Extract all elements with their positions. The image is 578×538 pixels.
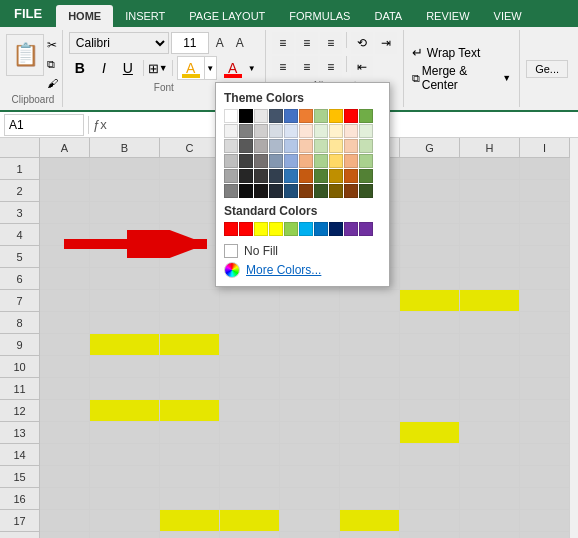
spreadsheet-cell[interactable]	[40, 202, 90, 224]
spreadsheet-cell[interactable]	[220, 510, 280, 532]
spreadsheet-cell[interactable]	[520, 246, 570, 268]
spreadsheet-cell[interactable]	[460, 180, 520, 202]
spreadsheet-cell[interactable]	[520, 378, 570, 400]
theme-color-swatch[interactable]	[284, 154, 298, 168]
cut-button[interactable]: ✂	[46, 36, 59, 54]
spreadsheet-cell[interactable]	[90, 290, 160, 312]
spreadsheet-cell[interactable]	[340, 312, 400, 334]
spreadsheet-cell[interactable]	[220, 356, 280, 378]
theme-color-swatch[interactable]	[314, 184, 328, 198]
standard-color-swatch[interactable]	[359, 222, 373, 236]
spreadsheet-cell[interactable]	[460, 488, 520, 510]
theme-color-swatch[interactable]	[269, 184, 283, 198]
spreadsheet-cell[interactable]	[160, 378, 220, 400]
spreadsheet-cell[interactable]	[280, 510, 340, 532]
spreadsheet-cell[interactable]	[280, 312, 340, 334]
spreadsheet-cell[interactable]	[460, 290, 520, 312]
theme-color-swatch[interactable]	[299, 109, 313, 123]
row-num-6[interactable]: 6	[0, 268, 40, 290]
row-num-12[interactable]: 12	[0, 400, 40, 422]
spreadsheet-cell[interactable]	[520, 422, 570, 444]
spreadsheet-cell[interactable]	[40, 532, 90, 538]
spreadsheet-cell[interactable]	[340, 488, 400, 510]
row-num-16[interactable]: 16	[0, 488, 40, 510]
theme-color-swatch[interactable]	[329, 109, 343, 123]
spreadsheet-cell[interactable]	[280, 290, 340, 312]
row-num-15[interactable]: 15	[0, 466, 40, 488]
theme-color-swatch[interactable]	[224, 154, 238, 168]
spreadsheet-cell[interactable]	[40, 290, 90, 312]
col-header-H[interactable]: H	[460, 138, 520, 158]
align-bottom-button[interactable]: ≡	[320, 32, 342, 54]
text-direction-button[interactable]: ⟲	[351, 32, 373, 54]
spreadsheet-cell[interactable]	[400, 158, 460, 180]
align-left-button[interactable]: ≡	[272, 56, 294, 78]
theme-color-swatch[interactable]	[314, 109, 328, 123]
theme-color-swatch[interactable]	[344, 154, 358, 168]
spreadsheet-cell[interactable]	[520, 356, 570, 378]
spreadsheet-cell[interactable]	[220, 466, 280, 488]
theme-color-swatch[interactable]	[239, 124, 253, 138]
row-num-8[interactable]: 8	[0, 312, 40, 334]
theme-color-swatch[interactable]	[314, 139, 328, 153]
theme-color-swatch[interactable]	[284, 139, 298, 153]
align-top-button[interactable]: ≡	[272, 32, 294, 54]
theme-color-swatch[interactable]	[224, 109, 238, 123]
spreadsheet-cell[interactable]	[520, 466, 570, 488]
spreadsheet-cell[interactable]	[520, 532, 570, 538]
spreadsheet-cell[interactable]	[400, 356, 460, 378]
spreadsheet-cell[interactable]	[400, 224, 460, 246]
align-middle-button[interactable]: ≡	[296, 32, 318, 54]
spreadsheet-cell[interactable]	[400, 488, 460, 510]
standard-color-swatch[interactable]	[344, 222, 358, 236]
col-header-C[interactable]: C	[160, 138, 220, 158]
spreadsheet-cell[interactable]	[460, 224, 520, 246]
borders-control[interactable]: ⊞ ▼	[148, 61, 168, 76]
spreadsheet-cell[interactable]	[90, 422, 160, 444]
spreadsheet-cell[interactable]	[340, 334, 400, 356]
spreadsheet-cell[interactable]	[160, 444, 220, 466]
tab-review[interactable]: REVIEW	[414, 5, 481, 27]
tab-insert[interactable]: INSERT	[113, 5, 177, 27]
general-button[interactable]: Ge...	[526, 60, 568, 78]
theme-color-swatch[interactable]	[269, 124, 283, 138]
spreadsheet-cell[interactable]	[220, 532, 280, 538]
spreadsheet-cell[interactable]	[220, 422, 280, 444]
spreadsheet-cell[interactable]	[400, 334, 460, 356]
spreadsheet-cell[interactable]	[160, 180, 220, 202]
spreadsheet-cell[interactable]	[280, 488, 340, 510]
theme-color-swatch[interactable]	[224, 184, 238, 198]
spreadsheet-cell[interactable]	[280, 356, 340, 378]
standard-color-swatch[interactable]	[329, 222, 343, 236]
theme-color-swatch[interactable]	[269, 154, 283, 168]
spreadsheet-cell[interactable]	[90, 202, 160, 224]
theme-color-swatch[interactable]	[299, 124, 313, 138]
spreadsheet-cell[interactable]	[460, 532, 520, 538]
spreadsheet-cell[interactable]	[460, 312, 520, 334]
row-num-18[interactable]: 18	[0, 532, 40, 538]
align-center-button[interactable]: ≡	[296, 56, 318, 78]
spreadsheet-cell[interactable]	[40, 268, 90, 290]
spreadsheet-cell[interactable]	[90, 488, 160, 510]
standard-color-swatch[interactable]	[299, 222, 313, 236]
theme-color-swatch[interactable]	[254, 184, 268, 198]
spreadsheet-cell[interactable]	[280, 444, 340, 466]
theme-color-swatch[interactable]	[359, 154, 373, 168]
theme-color-swatch[interactable]	[224, 139, 238, 153]
fill-color-button[interactable]: A ▼	[177, 56, 217, 80]
spreadsheet-cell[interactable]	[400, 378, 460, 400]
spreadsheet-cell[interactable]	[520, 334, 570, 356]
spreadsheet-cell[interactable]	[40, 422, 90, 444]
spreadsheet-cell[interactable]	[160, 202, 220, 224]
col-header-A[interactable]: A	[40, 138, 90, 158]
theme-color-swatch[interactable]	[359, 169, 373, 183]
theme-color-swatch[interactable]	[314, 169, 328, 183]
spreadsheet-cell[interactable]	[280, 378, 340, 400]
spreadsheet-cell[interactable]	[160, 268, 220, 290]
spreadsheet-cell[interactable]	[280, 422, 340, 444]
spreadsheet-cell[interactable]	[460, 158, 520, 180]
theme-color-swatch[interactable]	[239, 154, 253, 168]
spreadsheet-cell[interactable]	[520, 158, 570, 180]
standard-color-swatch[interactable]	[239, 222, 253, 236]
underline-button[interactable]: U	[117, 57, 139, 79]
